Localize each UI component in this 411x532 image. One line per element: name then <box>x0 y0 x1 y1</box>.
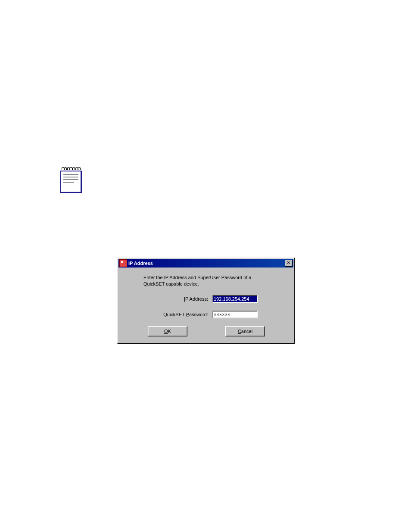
dialog-instruction: Enter the IP Address and SuperUser Passw… <box>143 274 273 287</box>
cancel-button[interactable]: Cancel <box>225 326 265 336</box>
ip-address-row: IP Address: <box>126 295 286 303</box>
ok-button[interactable]: OK <box>148 326 187 336</box>
dialog-titlebar[interactable]: IP Address ✕ <box>118 259 293 268</box>
dialog-title: IP Address <box>128 261 285 266</box>
app-icon <box>119 259 127 267</box>
close-icon[interactable]: ✕ <box>285 260 293 267</box>
password-input[interactable] <box>212 311 258 318</box>
ip-address-input[interactable] <box>212 295 258 303</box>
password-row: QuickSET Password: <box>126 311 286 318</box>
dialog-button-row: OK Cancel <box>126 326 286 336</box>
dialog-body: Enter the IP Address and SuperUser Passw… <box>118 268 294 343</box>
ip-address-dialog: IP Address ✕ Enter the IP Address and Su… <box>117 258 295 344</box>
ip-address-label: IP Address: <box>148 296 212 302</box>
password-label: QuickSET Password: <box>148 312 212 317</box>
notepad-icon <box>60 167 82 195</box>
